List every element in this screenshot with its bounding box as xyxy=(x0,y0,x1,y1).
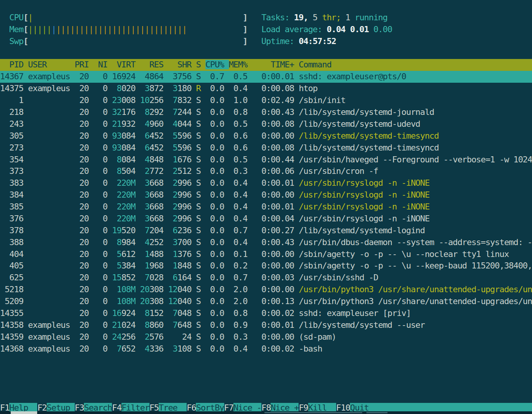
process-row-5218[interactable]: 5218 20 0 108M 20308 12040 S 0.0 2.0 0:0… xyxy=(0,284,532,296)
shr-cell: 7 xyxy=(168,107,177,117)
priority-cell: 20 xyxy=(75,320,89,330)
column-header-user[interactable]: USER xyxy=(28,60,75,69)
res-cell: 6 xyxy=(140,143,149,152)
pid-cell: 14359 xyxy=(0,332,23,342)
process-row-404[interactable]: 404 20 0 5612 1488 1376 S 0.0 0.1 0:00.0… xyxy=(0,249,532,260)
mem-percent-cell: 0.8 xyxy=(229,107,248,117)
tasks-count: 19, xyxy=(294,13,308,22)
pid-cell: 384 xyxy=(0,190,23,200)
cpu-percent-cell: 0.0 xyxy=(205,119,224,129)
mem-percent-cell: 0.8 xyxy=(229,308,248,318)
process-row-625[interactable]: 625 20 0 15852 7028 6164 S 0.0 0.7 0:00.… xyxy=(0,272,532,284)
process-row-14367[interactable]: 14367 exampleus 20 0 16924 4864 3756 S 0… xyxy=(0,71,532,83)
process-row-388[interactable]: 388 20 0 8984 4252 3700 S 0.0 0.4 0:00.4… xyxy=(0,237,532,249)
res-cell: 10 xyxy=(140,95,149,105)
time-cell: 0:00.08 xyxy=(252,83,294,93)
pid-cell: 273 xyxy=(0,143,23,152)
process-row-373[interactable]: 373 20 0 8504 2772 2512 S 0.0 0.3 0:00.0… xyxy=(0,165,532,177)
column-header-virt[interactable]: VIRT xyxy=(112,60,140,69)
virt-cell: 8 xyxy=(112,237,121,247)
process-row-14368[interactable]: 14368 exampleus 20 0 7652 4336 3108 S 0.… xyxy=(0,343,532,355)
column-header-command[interactable]: Command xyxy=(299,60,331,69)
user-cell xyxy=(28,131,70,141)
column-header-mem[interactable]: MEM% xyxy=(229,60,252,69)
nice-cell: 0 xyxy=(94,190,108,200)
command-cell: /usr/bin/python3 /usr/share/unattended-u… xyxy=(299,296,532,306)
virt-cell: 19 xyxy=(112,226,121,235)
column-header-state[interactable]: S xyxy=(196,60,205,69)
htop-terminal: CPU[| ] Tasks: 19, 5 thr; 1 running Mem[… xyxy=(0,0,532,414)
mem-percent-cell: 0.4 xyxy=(229,214,248,223)
priority-cell: 20 xyxy=(75,308,89,318)
pid-cell: 376 xyxy=(0,214,23,223)
process-row-378[interactable]: 378 20 0 19520 7204 6236 S 0.0 0.7 0:00.… xyxy=(0,225,532,237)
command-cell: /lib/systemd/systemd-timesyncd xyxy=(299,143,438,152)
priority-cell: 20 xyxy=(75,190,89,200)
process-row-14358[interactable]: 14358 exampleus 20 0 21024 8860 7648 S 0… xyxy=(0,319,532,331)
command-cell: htop xyxy=(299,83,317,93)
process-row-405[interactable]: 405 20 0 5384 1968 1848 S 0.0 0.2 0:00.0… xyxy=(0,260,532,272)
priority-cell: 20 xyxy=(75,95,89,105)
process-row-305[interactable]: 305 20 0 93084 6452 5596 S 0.0 0.6 0:00.… xyxy=(0,130,532,142)
column-header-res[interactable]: RES xyxy=(140,60,168,69)
priority-cell: 20 xyxy=(75,202,89,211)
time-cell: 0:00.43 xyxy=(252,237,294,247)
mem-percent-cell: 0.5 xyxy=(229,155,248,164)
process-row-14375[interactable]: 14375 exampleus 20 0 8020 3872 3180 R 0.… xyxy=(0,83,532,95)
nice-cell: 0 xyxy=(94,119,108,129)
process-row-243[interactable]: 243 20 0 21932 4960 4044 S 0.0 0.5 0:00.… xyxy=(0,118,532,130)
nice-cell: 0 xyxy=(94,344,108,353)
user-cell: exampleus xyxy=(28,320,70,330)
process-row-14355[interactable]: 14355 20 0 16924 8152 7048 S 0.0 0.8 0:0… xyxy=(0,308,532,319)
process-row-354[interactable]: 354 20 0 8084 4848 1676 S 0.0 0.5 0:00.4… xyxy=(0,154,532,166)
process-row-383[interactable]: 383 20 0 220M 3668 2996 S 0.0 0.4 0:00.0… xyxy=(0,177,532,189)
process-row-5209[interactable]: 5209 20 0 108M 20308 12040 S 0.0 2.0 0:0… xyxy=(0,296,532,308)
column-header-shr[interactable]: SHR xyxy=(168,60,196,69)
column-header-cpu-sorted[interactable]: CPU% xyxy=(205,60,229,69)
pid-cell: 1 xyxy=(0,95,23,105)
virt-cell: 220M xyxy=(112,178,135,188)
state-cell: S xyxy=(196,273,201,282)
partial-next-line xyxy=(0,411,532,414)
mem-percent-cell: 0.6 xyxy=(229,143,248,152)
shr-cell: 12 xyxy=(168,296,177,306)
process-row-218[interactable]: 218 20 0 32176 8292 7244 S 0.0 0.8 0:00.… xyxy=(0,106,532,118)
process-row-376[interactable]: 376 20 0 220M 3668 2996 S 0.0 0.4 0:00.0… xyxy=(0,213,532,225)
column-header-pid[interactable]: PID xyxy=(0,60,28,69)
priority-cell: 20 xyxy=(75,131,89,141)
res-cell: 6 xyxy=(140,131,149,141)
mem-percent-cell: 2.0 xyxy=(229,296,248,306)
virt-cell: 24 xyxy=(112,332,121,342)
process-row-1[interactable]: 1 20 0 23008 10256 7832 S 0.0 1.0 0:02.4… xyxy=(0,95,532,106)
shr-cell: 5 xyxy=(168,131,177,141)
nice-cell: 0 xyxy=(94,107,108,117)
mem-percent-cell: 0.7 xyxy=(229,226,248,235)
cpu-percent-cell: 0.0 xyxy=(205,166,224,176)
res-cell: 8 xyxy=(140,320,149,330)
column-header-time[interactable]: TIME+ xyxy=(252,60,299,69)
pid-cell: 14375 xyxy=(0,83,23,93)
command-cell: /lib/systemd/systemd-udevd xyxy=(299,119,420,129)
state-cell: S xyxy=(196,285,201,294)
user-cell xyxy=(28,178,70,188)
command-cell: /usr/sbin/cron -f xyxy=(299,166,378,176)
pid-cell: 14358 xyxy=(0,320,23,330)
nice-cell: 0 xyxy=(94,155,108,164)
process-row-384[interactable]: 384 20 0 220M 3668 2996 S 0.0 0.4 0:00.0… xyxy=(0,189,532,201)
pid-cell: 405 xyxy=(0,261,23,270)
res-cell: 4 xyxy=(140,155,149,164)
process-row-14359[interactable]: 14359 exampleus 20 0 24256 2576 24 S 0.0… xyxy=(0,331,532,343)
tasks-label: Tasks: xyxy=(261,13,294,22)
cpu-percent-cell: 0.0 xyxy=(205,285,224,294)
res-cell: 4 xyxy=(140,119,149,129)
pid-cell: 373 xyxy=(0,166,23,176)
priority-cell: 20 xyxy=(75,237,89,247)
column-header-ni[interactable]: NI xyxy=(94,60,112,69)
process-row-273[interactable]: 273 20 0 93084 6452 5596 S 0.0 0.6 0:00.… xyxy=(0,142,532,154)
user-cell xyxy=(28,226,70,235)
cpu-percent-cell: 0.0 xyxy=(205,308,224,318)
column-header-pri[interactable]: PRI xyxy=(75,60,94,69)
process-row-385[interactable]: 385 20 0 220M 3668 2996 S 0.0 0.4 0:00.0… xyxy=(0,201,532,213)
state-cell: S xyxy=(196,308,201,318)
virt-cell: 21 xyxy=(112,320,121,330)
